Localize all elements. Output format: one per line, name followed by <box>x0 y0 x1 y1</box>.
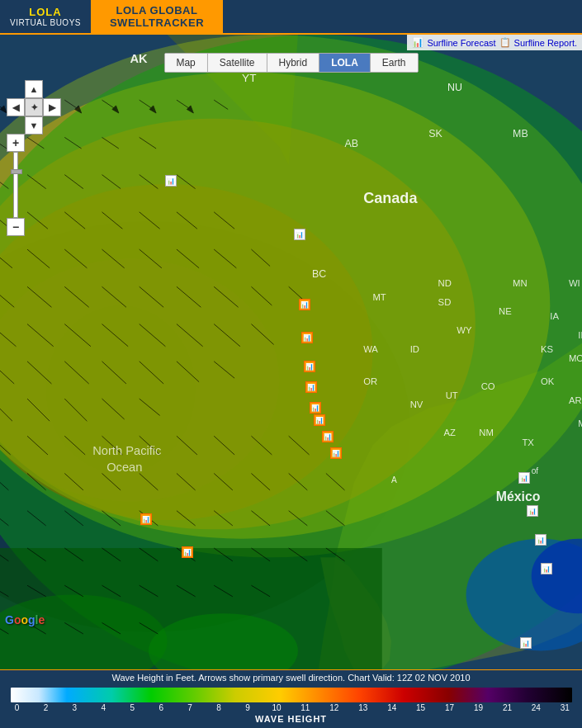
header-logo-left: LOLA VIRTUAL BUOYS <box>0 0 91 33</box>
virtual-buoys-label: VIRTUAL BUOYS <box>10 18 81 27</box>
buoy-marker[interactable]: 📊 <box>527 505 540 518</box>
scale-title: WAVE HEIGHT <box>255 714 327 724</box>
svg-text:México: México <box>496 489 541 503</box>
svg-text:AR: AR <box>569 395 582 405</box>
svg-text:SK: SK <box>428 128 442 139</box>
scale-label: 4 <box>97 703 110 712</box>
buoy-marker[interactable]: 📊 <box>310 402 323 415</box>
buoy-marker[interactable]: 📊 <box>140 513 154 527</box>
svg-text:WI: WI <box>569 278 580 288</box>
scale-label: 8 <box>212 703 225 712</box>
buoy-marker[interactable]: 📊 <box>330 447 343 461</box>
scale-label: 11 <box>299 703 312 712</box>
header: LOLA VIRTUAL BUOYS LOLA GLOBAL SWELLTRAC… <box>0 0 582 35</box>
lola-global-label: LOLA GLOBAL <box>116 4 198 17</box>
svg-text:MN: MN <box>513 278 528 288</box>
zoom-slider-thumb[interactable] <box>11 169 22 174</box>
scale-bar: 0234567891011121314151719212431 WAVE HEI… <box>0 685 582 728</box>
scale-label: 3 <box>68 703 81 712</box>
svg-text:ND: ND <box>438 278 452 288</box>
buoy-marker[interactable]: 📊 <box>299 299 312 312</box>
google-o2: o <box>21 613 28 626</box>
scale-label: 12 <box>328 703 341 712</box>
svg-text:WA: WA <box>363 344 378 354</box>
buoy-marker[interactable]: 📊 <box>535 534 548 547</box>
map-svg: AK YT NT NU Canada AB SK MB BC MT ND MN … <box>0 35 582 669</box>
svg-text:NE: NE <box>499 306 512 316</box>
forecast-chart-icon: 📊 <box>412 37 423 48</box>
scale-label: 14 <box>386 703 399 712</box>
lola-title: LOLA <box>29 6 61 18</box>
svg-text:IA: IA <box>550 311 559 321</box>
map-type-buttons: Map Satellite Hybrid LOLA Earth <box>163 53 418 73</box>
scale-label: 10 <box>270 703 283 712</box>
svg-text:OK: OK <box>541 376 555 386</box>
buoy-marker[interactable]: 📊 <box>301 332 315 345</box>
google-e: e <box>38 613 45 626</box>
svg-text:MT: MT <box>372 292 386 302</box>
svg-text:MS: MS <box>578 418 582 428</box>
app: LOLA VIRTUAL BUOYS LOLA GLOBAL SWELLTRAC… <box>0 0 582 728</box>
surfline-bar: 📊 Surfline Forecast 📋 Surfline Report. <box>407 35 582 50</box>
info-text: Wave Height in Feet. Arrows show primary… <box>111 673 470 683</box>
svg-text:UT: UT <box>446 390 458 400</box>
svg-text:AZ: AZ <box>443 428 456 437</box>
pan-right-button[interactable]: ▶ <box>43 98 61 116</box>
svg-text:Ocean: Ocean <box>106 461 142 474</box>
scale-label: 24 <box>529 703 542 712</box>
google-g: G <box>5 613 14 626</box>
buoy-marker[interactable]: 📊 <box>541 563 554 576</box>
map-area[interactable]: 📊 Surfline Forecast 📋 Surfline Report. M… <box>0 35 582 669</box>
svg-text:North Pacific: North Pacific <box>92 444 161 457</box>
buoy-marker[interactable]: 📊 <box>305 381 319 395</box>
zoom-controls: + − <box>7 134 25 236</box>
zoom-in-button[interactable]: + <box>7 134 25 152</box>
buoy-marker[interactable]: 📊 <box>520 637 533 650</box>
svg-rect-173 <box>11 688 572 702</box>
map-background: AK YT NT NU Canada AB SK MB BC MT ND MN … <box>0 35 582 669</box>
svg-text:NM: NM <box>479 428 494 437</box>
google-g2: g <box>28 613 35 626</box>
svg-text:NV: NV <box>410 399 423 409</box>
svg-text:A: A <box>391 475 397 485</box>
buoy-marker[interactable]: 📊 <box>322 431 335 444</box>
map-btn-map[interactable]: Map <box>164 54 207 72</box>
pan-center-button[interactable]: ✦ <box>25 98 43 116</box>
surfline-forecast-link[interactable]: Surfline Forecast <box>427 38 495 48</box>
scale-label: 6 <box>154 703 168 712</box>
scale-label: 0 <box>11 703 24 712</box>
pan-left-button[interactable]: ◀ <box>7 98 25 116</box>
zoom-out-button[interactable]: − <box>7 218 25 236</box>
scale-label: 2 <box>39 703 52 712</box>
svg-text:NU: NU <box>447 82 462 93</box>
scale-label: 9 <box>241 703 254 712</box>
map-btn-earth[interactable]: Earth <box>371 54 418 72</box>
buoy-marker[interactable]: 📊 <box>304 361 317 374</box>
buoy-marker[interactable]: 📊 <box>294 229 307 242</box>
pan-down-button[interactable]: ▼ <box>25 116 43 135</box>
map-btn-satellite[interactable]: Satellite <box>208 54 267 72</box>
map-btn-hybrid[interactable]: Hybrid <box>267 54 320 72</box>
scale-label: 15 <box>414 703 428 712</box>
buoy-marker[interactable]: 📊 <box>314 414 327 428</box>
map-btn-lola[interactable]: LOLA <box>319 54 371 72</box>
report-chart-icon: 📋 <box>499 37 511 48</box>
svg-text:OR: OR <box>363 376 377 386</box>
scale-label: 21 <box>500 703 513 712</box>
svg-text:of: of <box>532 466 539 475</box>
pan-up-button[interactable]: ▲ <box>25 80 43 98</box>
svg-text:WY: WY <box>457 325 472 335</box>
svg-text:IL: IL <box>578 330 582 340</box>
buoy-marker[interactable]: 📊 <box>182 546 195 560</box>
svg-text:AK: AK <box>130 52 148 65</box>
svg-text:YT: YT <box>242 72 256 84</box>
scale-gradient <box>11 688 572 702</box>
scale-labels: 0234567891011121314151719212431 <box>11 702 572 713</box>
buoy-marker[interactable]: 📊 <box>165 175 178 188</box>
scale-label: 31 <box>558 703 571 712</box>
buoy-marker[interactable]: 📊 <box>518 472 532 485</box>
zoom-slider-track[interactable] <box>13 152 18 218</box>
surfline-report-link[interactable]: Surfline Report. <box>514 38 577 48</box>
header-logo-center[interactable]: LOLA GLOBAL SWELLTRACKER <box>91 0 223 33</box>
svg-text:Canada: Canada <box>363 190 418 206</box>
